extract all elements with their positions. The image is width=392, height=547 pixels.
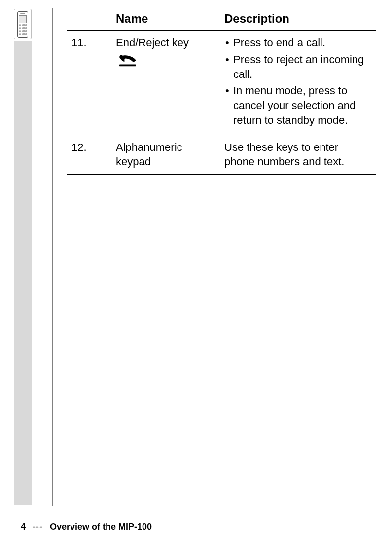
description-bullet: In menu mode, press to cancel your selec…: [233, 83, 371, 127]
row-description: Use these keys to enter phone numbers an…: [219, 135, 376, 174]
table-row: 12. Alphanumeric keypad Use these keys t…: [67, 135, 376, 174]
table-header-number: [67, 8, 111, 30]
table-header-name: Name: [111, 8, 219, 30]
row-name: End/Reject key: [111, 30, 219, 135]
table-row: 11. End/Reject key Pr: [67, 30, 376, 135]
svg-point-1: [119, 55, 123, 59]
document-page: Name Description 11. End/Reject key: [0, 0, 392, 547]
footer-title: Overview of the MIP-100: [50, 522, 152, 532]
row-number: 12.: [67, 135, 111, 174]
description-text: Use these keys to enter phone numbers an…: [224, 140, 371, 169]
table-header-description: Description: [219, 8, 376, 30]
key-name: Alphanumeric keypad: [116, 141, 182, 168]
description-bullet: Press to reject an incoming call.: [233, 52, 371, 81]
phone-illustration-icon: [17, 11, 28, 38]
key-definition-table: Name Description 11. End/Reject key: [67, 8, 376, 175]
row-description: Press to end a call. Press to reject an …: [219, 30, 376, 135]
row-name: Alphanumeric keypad: [111, 135, 219, 174]
svg-rect-0: [119, 65, 137, 67]
row-number: 11.: [67, 30, 111, 135]
page-number: 4: [21, 522, 26, 532]
side-tab-strip: [14, 41, 32, 505]
vertical-divider: [52, 8, 53, 506]
chapter-tab-icon: [14, 9, 32, 39]
page-footer: 4 --- Overview of the MIP-100: [21, 522, 366, 532]
main-content: Name Description 11. End/Reject key: [67, 8, 376, 175]
footer-separator: ---: [33, 522, 43, 532]
end-reject-key-icon: [117, 53, 214, 68]
key-name: End/Reject key: [116, 36, 189, 49]
description-bullet: Press to end a call.: [233, 36, 371, 50]
